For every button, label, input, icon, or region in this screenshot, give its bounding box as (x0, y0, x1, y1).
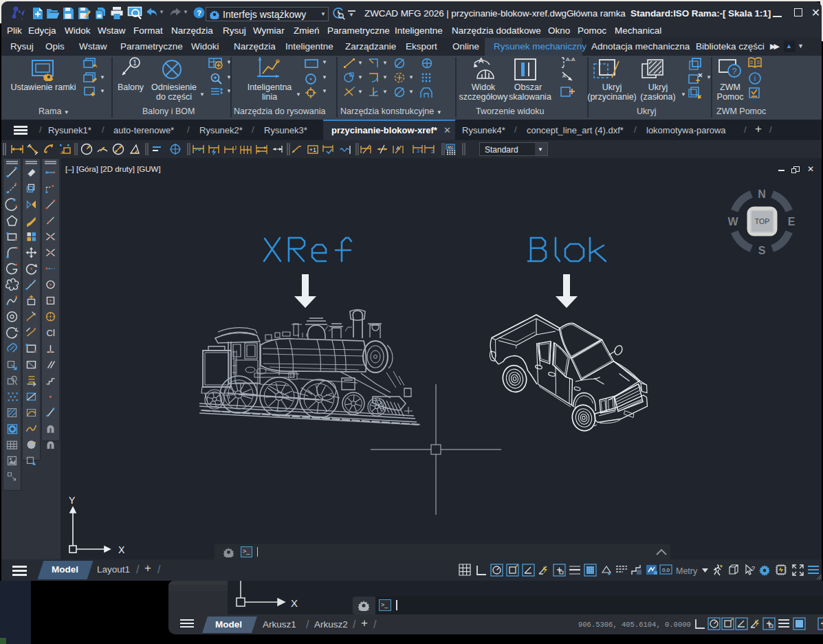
svg-text:?: ? (732, 66, 736, 76)
svg-text:N: N (758, 188, 766, 200)
svg-text:?: ? (751, 565, 755, 572)
svg-text:Metry: Metry (676, 566, 698, 576)
svg-text:X: X (291, 597, 298, 609)
svg-text:?: ? (197, 9, 201, 17)
svg-text:S: S (758, 245, 766, 256)
svg-text:A: A (479, 56, 484, 65)
svg-text:Y: Y (69, 495, 76, 506)
svg-text:W: W (727, 216, 738, 227)
svg-text:A: A (562, 74, 566, 78)
svg-text:i: i (754, 74, 756, 82)
svg-text:X: X (118, 544, 125, 555)
svg-text:0.0: 0.0 (662, 567, 670, 573)
svg-text:C: C (47, 328, 53, 338)
svg-text:+1: +1 (309, 146, 316, 153)
svg-text:A-A: A-A (566, 56, 575, 63)
svg-text:3: 3 (417, 148, 419, 153)
svg-text:E: E (788, 216, 795, 227)
svg-text:TOP: TOP (755, 217, 769, 225)
svg-text:1: 1 (133, 59, 137, 67)
svg-text:M2: M2 (448, 145, 454, 149)
svg-text:2: 2 (431, 148, 435, 155)
